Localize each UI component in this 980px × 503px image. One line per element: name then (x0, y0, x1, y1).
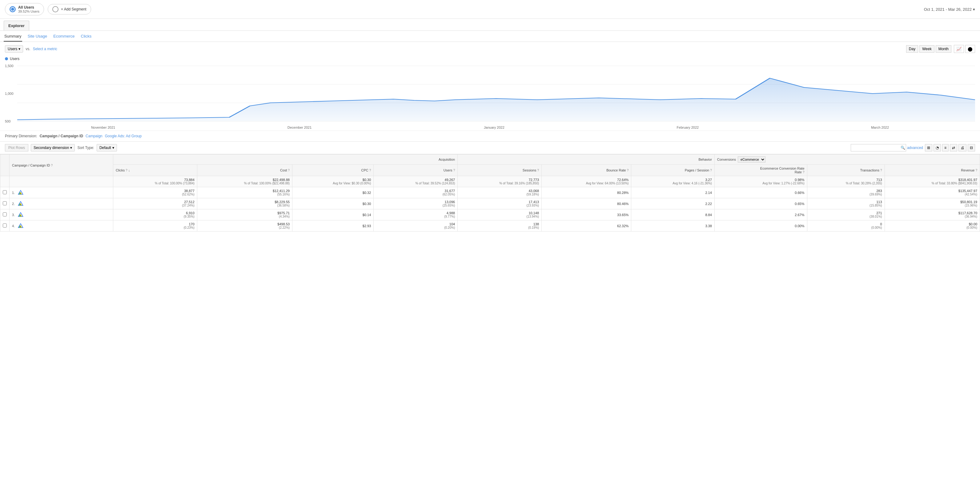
primary-dim-label: Primary Dimension: (5, 134, 37, 138)
bounce-rate-header[interactable]: Bounce Rate ? (542, 165, 631, 176)
y-axis-labels: 1,500 1,000 500 (5, 63, 14, 124)
advanced-link[interactable]: advanced (907, 146, 923, 150)
row1-checkbox[interactable] (0, 187, 10, 198)
bounce-info-icon[interactable]: ? (627, 169, 629, 172)
table-controls: Plot Rows Secondary dimension ▾ Sort Typ… (0, 141, 980, 154)
date-range[interactable]: Oct 1, 2021 - Mar 26, 2022 ▾ (924, 7, 975, 12)
row1-ecomm-conversion: 0.66% (714, 187, 807, 198)
metric-button[interactable]: Users ▾ (5, 45, 23, 53)
users-header[interactable]: Users ? (374, 165, 458, 176)
cost-info-icon[interactable]: ? (288, 169, 290, 172)
legend-label: Users (10, 57, 19, 61)
row3-sessions: 10,148 (13.94%) (458, 209, 542, 220)
tab-summary[interactable]: Summary (4, 32, 22, 41)
sessions-info-icon[interactable]: ? (538, 169, 539, 172)
transactions-header[interactable]: Transactions ? (807, 165, 885, 176)
google-ads-icon-row3 (18, 212, 23, 218)
segment-title: All Users (18, 5, 40, 10)
tab-site-usage[interactable]: Site Usage (27, 32, 48, 41)
transactions-info-icon[interactable]: ? (880, 169, 882, 172)
row1-users: 31,677 (62.05%) (374, 187, 458, 198)
segment-sub: 39.52% Users (18, 10, 40, 13)
grid-view-button[interactable]: ⊞ (925, 144, 932, 151)
row2-ecomm-conversion: 0.65% (714, 198, 807, 209)
time-btn-week[interactable]: Week (920, 45, 934, 53)
secondary-dim-button[interactable]: Secondary dimension ▾ (31, 144, 75, 151)
tab-clicks[interactable]: Clicks (80, 32, 92, 41)
row3-checkbox[interactable] (0, 209, 10, 220)
pages-info-icon[interactable]: ? (710, 169, 712, 172)
ecomm-info-icon[interactable]: ? (803, 170, 805, 174)
time-btn-month[interactable]: Month (935, 45, 951, 53)
row4-cost: $498.53 (2.22%) (197, 220, 292, 231)
print-button[interactable]: 🖨 (958, 144, 966, 151)
plot-rows-button[interactable]: Plot Rows (5, 144, 28, 151)
clicks-header[interactable]: Clicks ? ↓ (113, 165, 197, 176)
row2-pages-session: 2.22 (631, 198, 714, 209)
dim-adgroup-link[interactable]: Google Ads: Ad Group (105, 134, 142, 138)
revenue-header[interactable]: Revenue ? (885, 165, 980, 176)
campaign-header[interactable]: Campaign / Campaign ID ? (10, 154, 113, 176)
row2-bounce-rate: 80.46% (542, 198, 631, 209)
row2-cost: $8,229.55 (36.58%) (197, 198, 292, 209)
pie-chart-button[interactable]: ⬤ (965, 45, 975, 53)
table-row: 1. 38,877 (52.62%) $12,411.29 (55.16%) (0, 187, 980, 198)
tab-ecommerce[interactable]: Ecommerce (52, 32, 75, 41)
select-metric-link[interactable]: Select a metric (33, 47, 57, 51)
cost-header[interactable]: Cost ? (197, 165, 292, 176)
table-view-icons: ⊞ ◔ ≡ ⇄ 🖨 ⊟ (925, 144, 975, 151)
totals-cpc: $0.30 Avg for View: $0.30 (0.00%) (293, 176, 374, 187)
time-btn-day[interactable]: Day (906, 45, 918, 53)
cpc-header[interactable]: CPC ? (293, 165, 374, 176)
chart-controls: Users ▾ vs. Select a metric Day Week Mon… (0, 42, 980, 55)
pages-session-header[interactable]: Pages / Session ? (631, 165, 714, 176)
metric-dropdown-icon: ▾ (19, 47, 20, 51)
row4-ecomm-conversion: 0.00% (714, 220, 807, 231)
campaign-info-icon[interactable]: ? (51, 164, 53, 167)
tab-navigation: Summary Site Usage Ecommerce Clicks (0, 31, 980, 42)
row1-bounce-rate: 80.28% (542, 187, 631, 198)
sort-default-label: Default (99, 146, 111, 150)
add-segment-button[interactable]: + Add Segment (48, 4, 91, 14)
row1-campaign: 1. (10, 187, 113, 198)
row4-checkbox[interactable] (0, 220, 10, 231)
pie-view-button[interactable]: ◔ (934, 144, 941, 151)
chart-svg (17, 63, 975, 124)
row3-cpc: $0.14 (293, 209, 374, 220)
table-row: 3. 6,910 (9.35%) $975.71 (4.34%) (0, 209, 980, 220)
x-label-mar: March 2022 (871, 126, 889, 129)
line-chart-button[interactable]: 📈 (954, 45, 964, 53)
chart-area: 1,500 1,000 500 (0, 63, 980, 131)
revenue-info-icon[interactable]: ? (975, 169, 977, 172)
row2-campaign: 2. (10, 198, 113, 209)
columns-button[interactable]: ⊟ (968, 144, 975, 151)
conversions-label: Conversions (717, 158, 736, 161)
sessions-header[interactable]: Sessions ? (458, 165, 542, 176)
explorer-tab[interactable]: Explorer (4, 21, 29, 30)
ecomm-conversion-header[interactable]: Ecommerce Conversion Rate Rate ? (714, 165, 807, 176)
all-users-segment[interactable]: All Users 39.52% Users (5, 3, 44, 15)
row4-campaign: 4. (10, 220, 113, 231)
row1-clicks: 38,877 (52.62%) (113, 187, 197, 198)
row3-users: 4,988 (9.77%) (374, 209, 458, 220)
clicks-sort-icon[interactable]: ↓ (128, 169, 130, 172)
ecommerce-select[interactable]: eCommerce (738, 156, 765, 162)
row1-pages-session: 2.14 (631, 187, 714, 198)
rate-label: Rate (795, 170, 802, 174)
dim-campaign-link[interactable]: Campaign (86, 134, 102, 138)
clicks-info-icon[interactable]: ? (126, 169, 127, 172)
row1-revenue: $135,447.97 (42.54%) (885, 187, 980, 198)
row2-checkbox[interactable] (0, 198, 10, 209)
totals-pages-session: 3.27 Avg for View: 4.16 (-21.36%) (631, 176, 714, 187)
users-info-icon[interactable]: ? (453, 169, 455, 172)
cpc-info-icon[interactable]: ? (369, 169, 371, 172)
row3-cost: $975.71 (4.34%) (197, 209, 292, 220)
list-view-button[interactable]: ≡ (942, 144, 948, 151)
metric-selector: Users ▾ vs. Select a metric (5, 45, 57, 53)
date-dropdown-icon: ▾ (973, 7, 975, 12)
row2-num: 2. (12, 202, 15, 205)
compare-view-button[interactable]: ⇄ (950, 144, 957, 151)
table-search-input[interactable] (851, 144, 906, 151)
sort-default-button[interactable]: Default ▾ (97, 144, 117, 151)
row3-pages-session: 8.84 (631, 209, 714, 220)
